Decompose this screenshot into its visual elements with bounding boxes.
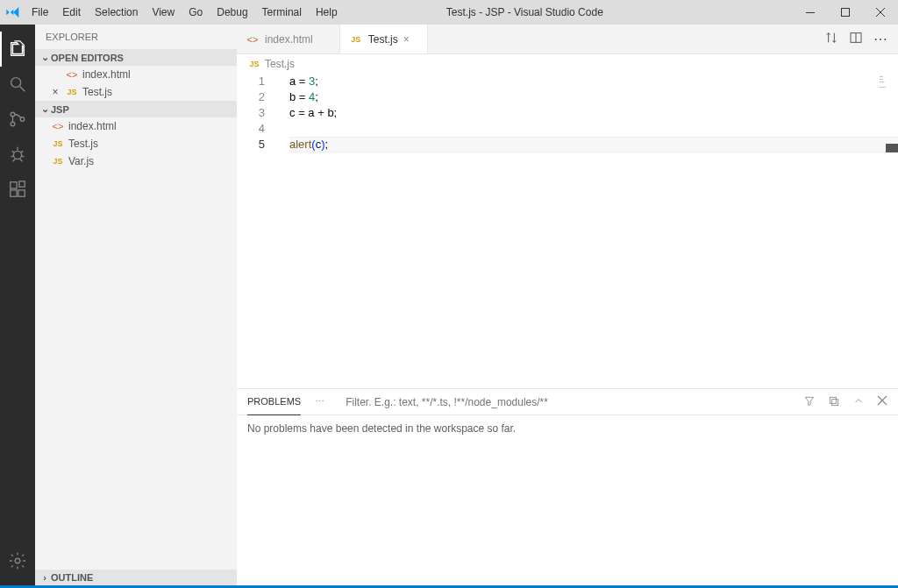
svg-rect-17 — [11, 182, 17, 188]
section-open-editors[interactable]: ⌄ OPEN EDITORS — [35, 49, 237, 66]
section-label: JSP — [51, 104, 69, 115]
tab-close-icon[interactable]: × — [403, 33, 416, 46]
code-editor[interactable]: 12345 a = 3;b = 4;c = a + b;alert(c); ▪▪… — [237, 74, 898, 388]
svg-rect-1 — [842, 9, 850, 17]
file-name: Var.js — [68, 155, 94, 167]
menu-edit[interactable]: Edit — [55, 0, 88, 25]
breadcrumb[interactable]: JS Test.js — [237, 54, 898, 74]
editor-area: <>index.html×JSTest.js× ⋯ JS Test.js 123… — [237, 25, 898, 585]
activity-debug[interactable] — [0, 137, 35, 172]
chevron-down-icon: ⌄ — [39, 52, 51, 63]
activity-settings[interactable] — [0, 543, 35, 578]
collapse-all-icon[interactable] — [828, 395, 840, 409]
menu-go[interactable]: Go — [182, 0, 210, 25]
activity-explorer[interactable] — [0, 32, 35, 67]
file-name: index.html — [82, 68, 131, 81]
file-name: Test.js — [68, 138, 98, 150]
panel-maximize-icon[interactable] — [852, 395, 865, 409]
activity-source-control[interactable] — [0, 102, 35, 137]
open-editor-item[interactable]: ×JSTest.js — [35, 83, 237, 101]
svg-point-6 — [11, 112, 15, 117]
compare-changes-icon[interactable] — [824, 31, 838, 48]
svg-point-7 — [11, 122, 15, 126]
tabs-bar: <>index.html×JSTest.js× ⋯ — [237, 25, 898, 54]
panel-tab-problems[interactable]: PROBLEMS — [247, 389, 301, 415]
menu-help[interactable]: Help — [309, 0, 345, 25]
file-tree-item[interactable]: JSVar.js — [35, 152, 237, 170]
svg-line-12 — [21, 151, 24, 152]
svg-point-21 — [15, 558, 20, 563]
menu-debug[interactable]: Debug — [210, 0, 254, 25]
file-type-icon: <> — [246, 34, 260, 45]
panel-more-icon[interactable]: ⋯ — [311, 396, 328, 407]
section-workspace[interactable]: ⌄ JSP — [35, 101, 237, 117]
svg-line-14 — [22, 156, 25, 157]
section-label: OPEN EDITORS — [51, 53, 124, 63]
maximize-button[interactable] — [828, 0, 863, 25]
menu-selection[interactable]: Selection — [88, 0, 145, 25]
close-button[interactable] — [863, 0, 898, 25]
svg-point-8 — [20, 117, 25, 122]
js-file-icon: JS — [247, 60, 261, 68]
scrollbar-thumb[interactable] — [886, 144, 898, 152]
split-editor-icon[interactable] — [849, 31, 863, 48]
chevron-down-icon: ⌄ — [39, 103, 51, 115]
minimap[interactable]: ▪▪▪▪▪▪▪▪▪▪▪▪▪▪▪ — [816, 74, 886, 388]
file-type-icon: JS — [65, 88, 79, 96]
svg-line-15 — [13, 159, 16, 162]
svg-rect-25 — [832, 399, 838, 405]
window-title: Test.js - JSP - Visual Studio Code — [345, 6, 793, 18]
panel-close-icon[interactable] — [877, 395, 887, 409]
svg-line-5 — [20, 87, 25, 92]
svg-line-16 — [20, 159, 23, 162]
file-type-icon: <> — [65, 69, 79, 80]
editor-tab[interactable]: <>index.html× — [237, 25, 340, 53]
vscode-logo-icon — [0, 5, 25, 19]
file-type-icon: JS — [51, 139, 65, 148]
tab-label: index.html — [265, 33, 313, 46]
filter-icon[interactable] — [803, 395, 816, 409]
activity-extensions[interactable] — [0, 172, 35, 207]
file-type-icon: JS — [51, 157, 65, 166]
problems-filter-input[interactable] — [339, 396, 793, 408]
minimize-button[interactable] — [793, 0, 828, 25]
bottom-panel: PROBLEMS ⋯ No problems have been detecte… — [237, 388, 898, 585]
activity-search[interactable] — [0, 67, 35, 102]
window-controls — [793, 0, 898, 25]
section-label: OUTLINE — [51, 572, 93, 583]
svg-point-4 — [11, 78, 21, 88]
file-tree-item[interactable]: JSTest.js — [35, 135, 237, 152]
editor-tab[interactable]: JSTest.js× — [340, 25, 428, 53]
file-name: index.html — [68, 120, 117, 132]
menu-view[interactable]: View — [145, 0, 182, 25]
problems-message: No problems have been detected in the wo… — [237, 415, 898, 442]
sidebar-title: EXPLORER — [35, 25, 237, 49]
svg-rect-18 — [11, 190, 17, 196]
titlebar: FileEditSelectionViewGoDebugTerminalHelp… — [0, 0, 898, 25]
file-type-icon: JS — [349, 35, 363, 44]
svg-rect-0 — [806, 12, 815, 13]
sidebar: EXPLORER ⌄ OPEN EDITORS <>index.html×JST… — [35, 25, 237, 585]
menu-file[interactable]: File — [25, 0, 55, 25]
file-tree-item[interactable]: <>index.html — [35, 117, 237, 135]
open-editor-item[interactable]: <>index.html — [35, 66, 237, 83]
tab-label: Test.js — [368, 33, 398, 46]
svg-rect-24 — [830, 397, 836, 403]
breadcrumb-file: Test.js — [265, 58, 295, 70]
menu-bar: FileEditSelectionViewGoDebugTerminalHelp — [25, 0, 345, 25]
svg-line-13 — [11, 156, 14, 157]
activity-bar — [0, 25, 35, 585]
svg-rect-20 — [19, 181, 25, 187]
svg-rect-19 — [18, 190, 25, 196]
more-actions-icon[interactable]: ⋯ — [873, 31, 887, 47]
svg-point-9 — [13, 151, 21, 159]
section-outline[interactable]: › OUTLINE — [35, 570, 237, 585]
chevron-right-icon: › — [39, 572, 51, 583]
svg-line-11 — [12, 151, 15, 152]
file-type-icon: <> — [51, 121, 65, 131]
file-name: Test.js — [82, 86, 112, 98]
close-icon[interactable]: × — [49, 86, 61, 98]
menu-terminal[interactable]: Terminal — [255, 0, 309, 25]
